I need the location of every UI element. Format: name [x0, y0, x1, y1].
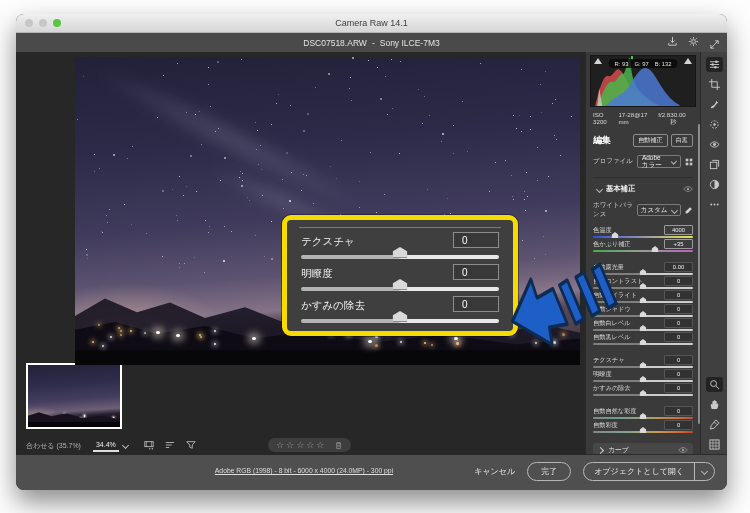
slider-track[interactable]	[593, 394, 693, 396]
slider-track[interactable]	[593, 250, 693, 252]
cancel-button[interactable]: キャンセル	[474, 466, 515, 477]
filter-icon[interactable]	[186, 440, 196, 451]
red-eye-tool-icon[interactable]	[706, 137, 723, 152]
slider-thumb[interactable]	[640, 325, 647, 331]
open-as-object-button[interactable]: オブジェクトとして開く	[583, 462, 715, 481]
slider-value-field[interactable]: 0	[664, 332, 693, 343]
image-canvas: テクスチャ0明瞭度0かすみの除去0	[16, 52, 585, 455]
basic-panel-title: 基本補正	[606, 184, 635, 194]
slider-thumb[interactable]	[640, 339, 647, 345]
eye-icon[interactable]	[678, 447, 688, 453]
star-icon[interactable]: ☆	[306, 440, 314, 450]
fullscreen-toggle-icon[interactable]	[709, 36, 720, 54]
star-icon[interactable]: ☆	[316, 440, 324, 450]
zoom-window-button[interactable]	[53, 19, 61, 27]
histogram[interactable]: R: 93 G: 97 B: 132	[590, 55, 696, 107]
slider-value-field[interactable]: 0	[453, 232, 499, 248]
minimize-window-button[interactable]	[39, 19, 47, 27]
slider-thumb[interactable]	[393, 311, 408, 322]
slider-value-field[interactable]: 0	[453, 264, 499, 280]
slider-label: 明瞭度	[301, 267, 333, 281]
healing-tool-icon[interactable]	[706, 97, 723, 112]
basic-panel-header[interactable]: 基本補正	[593, 177, 693, 194]
slider-thumb[interactable]	[393, 247, 408, 258]
slider-thumb[interactable]	[652, 246, 659, 252]
open-options-chevron-icon[interactable]	[694, 463, 714, 480]
slider-value-field[interactable]: 0	[664, 355, 693, 366]
white-balance-select[interactable]: カスタム	[637, 204, 681, 216]
presets-tool-icon[interactable]	[706, 177, 723, 192]
slider-thumb[interactable]	[640, 311, 647, 317]
tool-column	[700, 52, 727, 455]
shadow-clipping-icon[interactable]	[594, 58, 602, 64]
slider-thumb[interactable]	[393, 279, 408, 290]
filmstrip-icon[interactable]	[144, 440, 154, 451]
slider-track[interactable]	[593, 343, 693, 345]
close-window-button[interactable]	[25, 19, 33, 27]
more-tools-icon[interactable]	[706, 197, 723, 212]
slider-value-field[interactable]: 4000	[664, 225, 693, 236]
panel-slider-row: 色温度4000	[593, 226, 693, 239]
slider-thumb[interactable]	[640, 390, 647, 396]
slider-label: かすみの除去	[301, 299, 365, 313]
slider-track[interactable]	[593, 380, 693, 382]
window-titlebar[interactable]: Camera Raw 14.1	[16, 14, 727, 33]
preferences-gear-icon[interactable]	[688, 36, 699, 49]
crop-tool-icon[interactable]	[706, 77, 723, 92]
rgb-readout: R: 93 G: 97 B: 132	[609, 59, 678, 68]
slider-value-field[interactable]: 0	[664, 369, 693, 380]
slider-thumb[interactable]	[640, 376, 647, 382]
zoom-tool-icon[interactable]	[706, 377, 723, 392]
filmstrip-thumbnail[interactable]	[26, 363, 122, 429]
slider-track[interactable]	[301, 255, 499, 259]
sort-icon[interactable]	[165, 440, 175, 451]
fit-zoom-label[interactable]: 合わせる (35.7%)	[26, 441, 81, 451]
slider-thumb[interactable]	[612, 232, 619, 238]
star-icon[interactable]: ☆	[276, 440, 284, 450]
highlight-clipping-icon[interactable]	[684, 58, 692, 64]
masking-tool-icon[interactable]	[706, 117, 723, 132]
slider-track[interactable]	[593, 417, 693, 419]
trash-icon[interactable]	[334, 441, 343, 450]
color-sampler-tool-icon[interactable]	[706, 417, 723, 432]
profile-browser-icon[interactable]	[685, 158, 693, 166]
slider-thumb[interactable]	[640, 413, 647, 419]
readout-blue: B: 132	[655, 61, 672, 67]
star-icon[interactable]: ☆	[286, 440, 294, 450]
slider-track[interactable]	[593, 431, 693, 433]
save-image-icon[interactable]	[667, 36, 678, 49]
readout-green: G: 97	[634, 61, 648, 67]
slider-thumb[interactable]	[640, 297, 647, 303]
slider-value-field[interactable]: 0	[664, 383, 693, 394]
slider-track[interactable]	[593, 236, 693, 238]
slider-thumb[interactable]	[640, 269, 647, 275]
workflow-options-link[interactable]: Adobe RGB (1998) - 8 bit - 6000 x 4000 (…	[215, 467, 393, 474]
slider-value-field[interactable]: 0	[664, 420, 693, 431]
slider-value-field[interactable]: 0	[664, 276, 693, 287]
star-icon[interactable]: ☆	[296, 440, 304, 450]
hand-tool-icon[interactable]	[706, 397, 723, 412]
grid-overlay-tool-icon[interactable]	[706, 437, 723, 452]
auto-correct-button[interactable]: 自動補正	[633, 134, 668, 147]
zoom-chevron-down-icon[interactable]	[122, 442, 129, 449]
slider-track[interactable]	[301, 319, 499, 323]
slider-value-field[interactable]: 0	[664, 406, 693, 417]
black-white-button[interactable]: 白黒	[671, 134, 693, 147]
edit-tool-icon[interactable]	[706, 57, 723, 72]
done-button[interactable]: 完了	[527, 462, 571, 481]
slider-value-field[interactable]: 0	[664, 290, 693, 301]
slider-track[interactable]	[593, 366, 693, 368]
white-balance-eyedropper-icon[interactable]	[684, 206, 693, 215]
slider-track[interactable]	[301, 287, 499, 291]
slider-value-field[interactable]: 0.00	[664, 262, 693, 273]
slider-value-field[interactable]: 0	[664, 318, 693, 329]
slider-thumb[interactable]	[640, 427, 647, 433]
eye-icon[interactable]	[683, 186, 693, 192]
snapshots-tool-icon[interactable]	[706, 157, 723, 172]
slider-value-field[interactable]: 0	[664, 304, 693, 315]
profile-select[interactable]: Adobe カラー	[637, 155, 681, 168]
zoom-level-value[interactable]: 34.4%	[93, 439, 119, 452]
slider-value-field[interactable]: +35	[664, 239, 693, 250]
slider-value-field[interactable]: 0	[453, 296, 499, 312]
slider-thumb[interactable]	[640, 362, 647, 368]
